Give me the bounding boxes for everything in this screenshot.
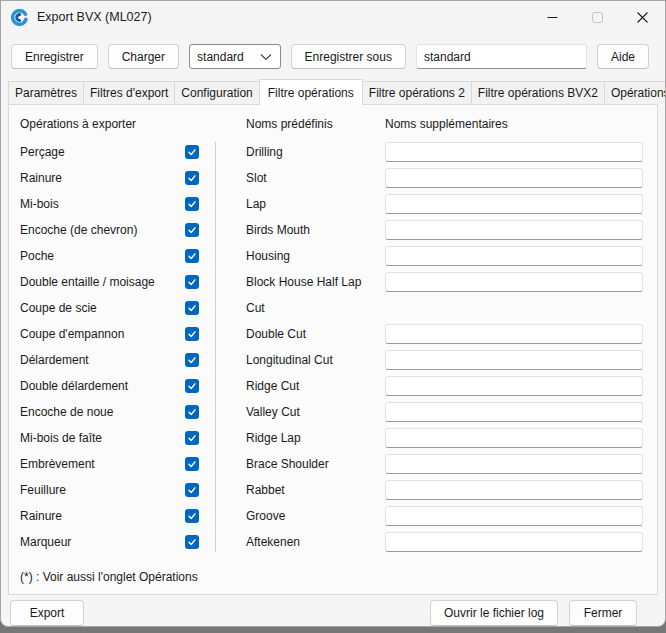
operation-checkbox[interactable] [185, 353, 199, 367]
additional-name-input[interactable] [385, 194, 643, 214]
minimize-button[interactable] [530, 1, 575, 33]
additional-name-input[interactable] [385, 428, 643, 448]
operation-checkbox[interactable] [185, 301, 199, 315]
checkmark-icon [187, 303, 197, 313]
footnote: (*) : Voir aussi l'onglet Opérations [20, 570, 657, 584]
tab-op-rations[interactable]: Opérations [604, 81, 666, 104]
operation-label: Double délardement [9, 379, 185, 393]
chevron-down-icon [260, 53, 272, 61]
checkmark-icon [187, 381, 197, 391]
toolbar: Enregistrer Charger standard Enregistrer… [1, 33, 665, 69]
additional-name-input[interactable] [385, 454, 643, 474]
operation-label: Rainure [9, 171, 185, 185]
checkmark-icon [187, 251, 197, 261]
additional-column-header: Noms supplémentaires [385, 117, 643, 131]
additional-name-input[interactable] [385, 350, 643, 370]
minimize-icon [547, 12, 558, 23]
tab-configuration[interactable]: Configuration [174, 81, 259, 104]
close-dialog-button[interactable]: Fermer [569, 600, 637, 626]
preset-dropdown[interactable]: standard [189, 44, 281, 69]
predefined-name-label: Lap [234, 197, 385, 211]
operation-label: Coupe d'empannon [9, 327, 185, 341]
predefined-name-label: Slot [234, 171, 385, 185]
operation-checkbox[interactable] [185, 509, 199, 523]
open-log-button[interactable]: Ouvrir le fichier log [430, 600, 558, 626]
operation-label: Rainure [9, 509, 185, 523]
operation-checkbox[interactable] [185, 379, 199, 393]
additional-name-input[interactable] [385, 220, 643, 240]
additional-name-input[interactable] [385, 246, 643, 266]
checkmark-icon [187, 173, 197, 183]
save-button[interactable]: Enregistrer [11, 44, 98, 69]
operation-checkbox[interactable] [185, 431, 199, 445]
operation-label: Perçage [9, 145, 185, 159]
close-icon [637, 12, 648, 23]
additional-name-input[interactable] [385, 272, 643, 292]
operation-row: Encoche de noue Valley Cut [9, 399, 657, 425]
maximize-icon [592, 12, 603, 23]
column-headers: Opérations à exporter Noms prédéfinis No… [9, 115, 657, 133]
operation-row: Mi-bois de faîte Ridge Lap [9, 425, 657, 451]
save-as-button[interactable]: Enregistrer sous [291, 44, 406, 69]
operation-checkbox[interactable] [185, 275, 199, 289]
operation-checkbox[interactable] [185, 197, 199, 211]
export-bvx-dialog: Export BVX (ML027) Enregistrer Charger s… [0, 0, 666, 627]
close-button[interactable] [620, 1, 665, 33]
operation-checkbox[interactable] [185, 249, 199, 263]
operation-checkbox[interactable] [185, 405, 199, 419]
predefined-name-label: Valley Cut [234, 405, 385, 419]
title-bar: Export BVX (ML027) [1, 1, 665, 33]
bottom-bar: Export Ouvrir le fichier log Fermer [1, 595, 665, 627]
tab-param-tres[interactable]: Paramètres [8, 81, 84, 104]
operation-label: Double entaille / moisage [9, 275, 185, 289]
operation-label: Mi-bois de faîte [9, 431, 185, 445]
predefined-name-label: Cut [234, 301, 385, 315]
predefined-name-label: Groove [234, 509, 385, 523]
additional-name-input[interactable] [385, 532, 643, 552]
predefined-name-label: Birds Mouth [234, 223, 385, 237]
operation-checkbox[interactable] [185, 223, 199, 237]
checkmark-icon [187, 407, 197, 417]
operation-checkbox[interactable] [185, 145, 199, 159]
additional-name-input[interactable] [385, 142, 643, 162]
checkmark-icon [187, 485, 197, 495]
checkmark-icon [187, 199, 197, 209]
checkmark-icon [187, 147, 197, 157]
tab-filtre-op-rations[interactable]: Filtre opérations [259, 79, 363, 105]
checkmark-icon [187, 329, 197, 339]
operation-label: Coupe de scie [9, 301, 185, 315]
additional-name-input[interactable] [385, 376, 643, 396]
predefined-name-label: Housing [234, 249, 385, 263]
operation-label: Encoche de noue [9, 405, 185, 419]
predefined-column-header: Noms prédéfinis [234, 117, 385, 131]
help-button[interactable]: Aide [597, 44, 649, 69]
operation-checkbox[interactable] [185, 171, 199, 185]
operations-rows: Perçage Drilling Rainure Slot Mi-bois La… [9, 139, 657, 555]
additional-name-input[interactable] [385, 506, 643, 526]
operation-row: Feuillure Rabbet [9, 477, 657, 503]
tab-filtre-op-rations-bvx2[interactable]: Filtre opérations BVX2 [471, 81, 605, 104]
tab-filtre-op-rations-2[interactable]: Filtre opérations 2 [362, 81, 472, 104]
operation-row: Délardement Longitudinal Cut [9, 347, 657, 373]
tab-panel-filtre-operations: Opérations à exporter Noms prédéfinis No… [8, 104, 658, 595]
checkmark-icon [187, 459, 197, 469]
operation-checkbox[interactable] [185, 535, 199, 549]
predefined-name-label: Drilling [234, 145, 385, 159]
operation-label: Encoche (de chevron) [9, 223, 185, 237]
operation-checkbox[interactable] [185, 483, 199, 497]
preset-name-input[interactable] [416, 44, 587, 69]
additional-name-input[interactable] [385, 168, 643, 188]
tab-filtres-d-export[interactable]: Filtres d'export [83, 81, 175, 104]
operation-checkbox[interactable] [185, 457, 199, 471]
export-button[interactable]: Export [10, 600, 84, 626]
operation-checkbox[interactable] [185, 327, 199, 341]
additional-name-input[interactable] [385, 480, 643, 500]
operation-row: Double entaille / moisage Block House Ha… [9, 269, 657, 295]
column-divider [215, 142, 216, 552]
load-button[interactable]: Charger [108, 44, 179, 69]
operation-label: Marqueur [9, 535, 185, 549]
predefined-name-label: Rabbet [234, 483, 385, 497]
additional-name-input[interactable] [385, 324, 643, 344]
operation-label: Mi-bois [9, 197, 185, 211]
additional-name-input[interactable] [385, 402, 643, 422]
